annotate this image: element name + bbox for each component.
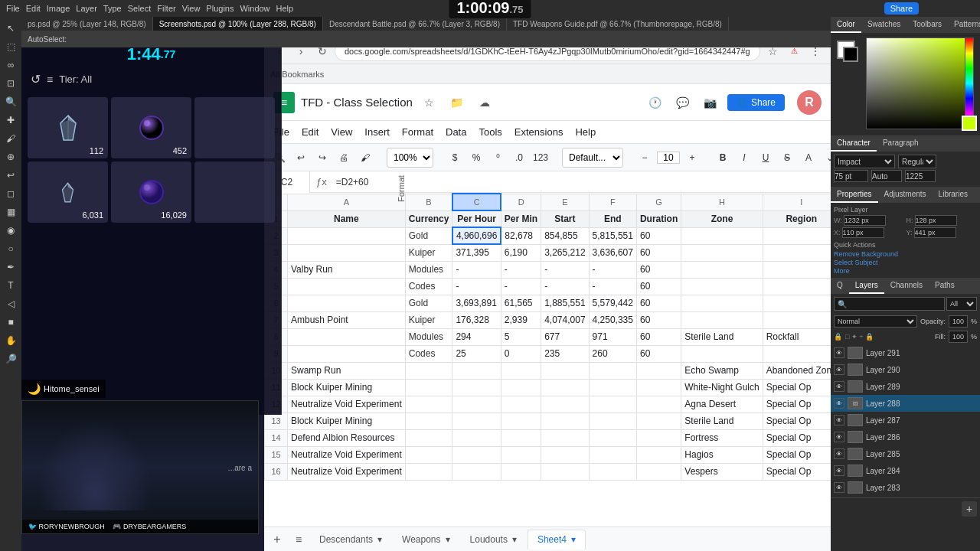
cell-currency-10[interactable] [405,396,452,412]
text-tool[interactable]: T [2,277,19,294]
font-style-select[interactable]: Regular [898,155,936,168]
decimal-btn[interactable]: ⁰ [488,147,507,168]
menu-image[interactable]: Image [47,4,70,13]
sheet-tab-loudouts[interactable]: Loudouts ▾ [461,530,526,549]
cell-zone-13[interactable]: Hagios [681,446,763,463]
sheet-tab-sheet4[interactable]: Sheet4 ▾ [528,530,586,549]
height-field[interactable] [915,215,957,226]
percent-btn[interactable]: % [467,147,485,168]
cell-name-5[interactable]: Ambush Point [288,311,406,328]
select-subject-btn[interactable]: Select Subject [834,259,977,266]
cell-start-1[interactable]: 3,265,212 [541,244,589,261]
underline-btn[interactable]: U [756,147,775,168]
cell-end-13[interactable] [589,446,636,463]
col-header-I[interactable]: I [763,194,831,210]
cell-currency-2[interactable]: Modules [405,261,452,278]
layer-item[interactable]: 👁 Layer 285 [831,445,980,462]
menu-type[interactable]: Type [103,4,122,13]
font-size-input[interactable] [657,152,680,164]
font-family-select[interactable]: Impact [834,155,895,168]
cell-duration-4[interactable]: 60 [636,295,681,311]
cell-per-min-14[interactable] [501,463,541,480]
cell-name-2[interactable]: Valby Run [288,261,406,278]
layers-search-input[interactable] [834,297,945,311]
layers-tab-layers[interactable]: Layers [849,278,884,294]
cell-zone-4[interactable] [681,295,763,311]
cell-per-hour-8[interactable] [452,362,501,379]
layer-item[interactable]: 👁 🖼 Layer 288 [831,395,980,412]
cell-zone-9[interactable]: White-Night Gulch [681,379,763,396]
cell-per-min-8[interactable] [501,362,541,379]
user-avatar[interactable]: R [797,90,822,115]
cell-per-hour-3[interactable]: - [452,278,501,295]
layer-visibility-4[interactable]: 👁 [834,415,844,425]
cell-start-6[interactable]: 677 [541,328,589,345]
menu-tools[interactable]: Tools [479,126,501,138]
cell-per-min-10[interactable] [501,396,541,412]
cell-start-0[interactable]: 854,855 [541,227,589,244]
more-formats-btn[interactable]: ⌄ [821,147,831,168]
cell-duration-13[interactable] [636,446,681,463]
eyedropper-tool[interactable]: 🔍 [2,93,19,110]
cell-currency-8[interactable] [405,362,452,379]
width-field[interactable] [844,215,886,226]
cell-region-9[interactable]: Special Op [763,379,831,396]
menu-edit[interactable]: Edit [302,126,318,138]
share-button[interactable]: Share [884,2,919,15]
cell-currency-7[interactable]: Codes [405,345,452,362]
layer-item[interactable]: 👁 Layer 284 [831,462,980,479]
cell-zone-6[interactable]: Sterile Land [681,328,763,345]
undo-btn[interactable]: ↩ [292,147,310,168]
cell-per-min-13[interactable] [501,446,541,463]
cell-per-hour-6[interactable]: 294 [452,328,501,345]
italic-btn[interactable]: I [735,147,753,168]
cell-zone-0[interactable] [681,227,763,244]
menu-view[interactable]: View [331,126,352,138]
cell-duration-2[interactable]: 60 [636,261,681,278]
layer-type-filter[interactable]: All [946,297,977,311]
cell-currency-12[interactable] [405,429,452,446]
dodge-tool[interactable]: ○ [2,240,19,257]
cell-zone-14[interactable]: Vespers [681,463,763,480]
layer-visibility-0[interactable]: 👁 [834,347,844,358]
cell-end-2[interactable]: - [589,261,636,278]
cell-duration-12[interactable] [636,429,681,446]
game-item-3[interactable] [194,97,275,158]
cell-per-hour-9[interactable] [452,379,501,396]
col-header-H[interactable]: H [681,194,763,210]
add-sheet-btn[interactable]: + [267,530,287,549]
menu-help[interactable]: Help [276,4,294,13]
eraser-tool[interactable]: ◻ [2,185,19,202]
lasso-tool[interactable]: ∞ [2,57,19,73]
cell-currency-5[interactable]: Kuiper [405,311,452,328]
refresh-icon[interactable]: ↺ [31,72,41,86]
decimal-add-btn[interactable]: .0 [510,147,528,168]
toolbars-tab[interactable]: Toolbars [906,17,948,33]
cell-start-4[interactable]: 1,885,551 [541,295,589,311]
shape-tool[interactable]: ■ [2,314,19,331]
layer-visibility-2[interactable]: 👁 [834,381,844,392]
more-actions-btn[interactable]: More [834,267,977,275]
cell-start-11[interactable] [541,412,589,429]
fill-input[interactable] [949,331,968,343]
cloud-btn[interactable]: ☁ [474,92,495,113]
layer-visibility-3[interactable]: 👁 [834,398,844,409]
sheet-tab-descendants[interactable]: Descendants ▾ [310,530,391,549]
print-btn[interactable]: 🖨 [335,147,353,168]
cell-region-2[interactable] [763,261,831,278]
menu-format[interactable]: Format [402,126,433,138]
cell-end-4[interactable]: 5,579,442 [589,295,636,311]
cell-end-14[interactable] [589,463,636,480]
game-tier-selector[interactable]: ↺ ≡ Tier: All [21,67,281,91]
cell-name-14[interactable]: Neutralize Void Experiment [288,463,406,480]
cell-name-10[interactable]: Neutralize Void Experiment [288,396,406,412]
col-header-A[interactable]: A [288,194,406,210]
sheet-menu-btn[interactable]: ≡ [289,530,309,549]
cell-region-13[interactable]: Special Op [763,446,831,463]
cell-region-1[interactable] [763,244,831,261]
menu-view[interactable]: View [182,4,201,13]
gradient-tool[interactable]: ▦ [2,204,19,220]
game-item-4[interactable]: 6,031 [28,161,108,223]
opacity-input[interactable] [949,315,968,328]
cell-per-hour-14[interactable] [452,463,501,480]
